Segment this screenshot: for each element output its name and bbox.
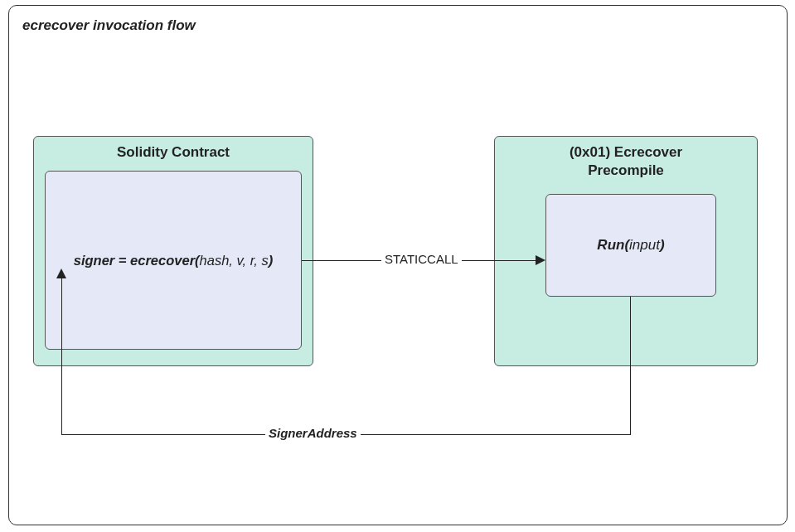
run-arg: input xyxy=(629,237,660,253)
code-close: ) xyxy=(269,253,274,268)
run-expression: Run(input) xyxy=(597,237,664,254)
ecrecover-expression: signer = ecrecover(hash, v, r, s) xyxy=(69,253,278,268)
solidity-code-box: signer = ecrecover(hash, v, r, s) xyxy=(45,171,302,350)
staticcall-arrowhead-icon xyxy=(536,255,545,265)
precompile-title-line2: Precompile xyxy=(588,162,664,178)
return-label: SignerAddress xyxy=(265,426,361,440)
run-box: Run(input) xyxy=(545,194,716,297)
return-arrowhead-icon xyxy=(56,268,66,278)
run-name: Run( xyxy=(597,237,629,253)
return-edge-seg3 xyxy=(61,278,62,435)
precompile-title: (0x01) Ecrecover Precompile xyxy=(495,137,757,180)
run-close: ) xyxy=(660,237,665,253)
staticcall-label: STATICCALL xyxy=(381,252,462,266)
diagram-title: ecrecover invocation flow xyxy=(22,17,196,34)
code-args: hash, v, r, s xyxy=(200,253,269,268)
solidity-contract-title: Solidity Contract xyxy=(34,137,313,162)
code-assign: signer = ecrecover( xyxy=(74,253,200,268)
precompile-title-line1: (0x01) Ecrecover xyxy=(570,144,682,160)
return-edge-seg1 xyxy=(630,297,631,434)
